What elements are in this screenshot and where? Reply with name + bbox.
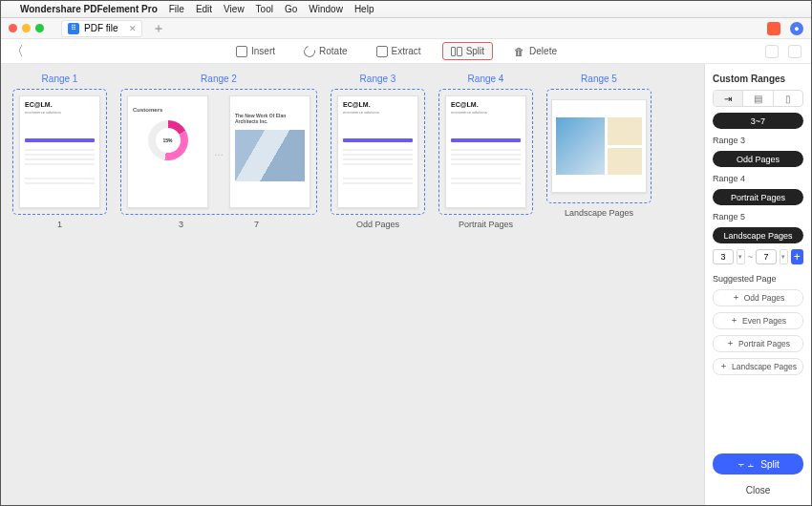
document-tab[interactable]: ⠿ PDF file ✕ [61,20,142,37]
thumb-logo: EC@LM. [25,101,95,108]
page-toolbar: 〈 Insert Rotate Extract Split 🗑 Delete [1,39,811,64]
mac-menubar: Wondershare PDFelement Pro File Edit Vie… [1,1,811,18]
range-from-input[interactable] [713,249,734,264]
menu-go[interactable]: Go [285,4,297,14]
user-avatar-icon[interactable]: ● [790,22,803,35]
range3-chip[interactable]: Odd Pages [713,151,803,167]
range-title: Range 1 [42,74,78,84]
menu-window[interactable]: Window [309,4,343,14]
document-tab-label: PDF file [84,23,118,33]
menu-view[interactable]: View [224,4,245,14]
close-tab-icon[interactable]: ✕ [129,24,137,33]
delete-button[interactable]: 🗑 Delete [506,43,565,60]
mode-page-icon[interactable]: ▤ [742,91,772,106]
range-ellipsis-icon: … [214,147,224,158]
menu-edit[interactable]: Edit [196,4,212,14]
thumb-heading: The New Work Of Elan Architects Inc. [235,113,305,124]
donut-chart-icon [148,120,188,160]
extract-label: Extract [392,46,421,56]
suggested-title: Suggested Page [713,274,803,284]
split-button[interactable]: Split [442,42,493,60]
page-thumbnail[interactable]: Customers [127,95,208,208]
page-range-control: ▾ ~ ▾ + [713,249,803,264]
rotate-label: Rotate [319,46,347,56]
split-canvas: Range 1 EC@LM. ecommerce solutions 1 [1,64,704,505]
thumb-logo: EC@LM. [451,101,521,108]
suggest-landscape-pages[interactable]: ＋Landscape Pages [713,358,803,375]
window-maximize-button[interactable] [35,24,44,32]
range-caption: Portrait Pages [459,220,513,229]
range-box[interactable]: EC@LM. ecommerce solutions [438,89,533,215]
insert-label: Insert [251,46,275,56]
range-to-input[interactable] [756,249,777,264]
range-title: Range 3 [360,74,396,84]
split-apply-button[interactable]: ⫟⫠ Split [713,453,803,474]
range-caption: 1 [57,220,62,229]
mode-range-icon[interactable]: ⇥ [714,91,742,106]
suggest-odd-pages[interactable]: ＋Odd Pages [713,289,803,306]
page-thumbnail[interactable]: EC@LM. ecommerce solutions [445,95,526,208]
mode-bookmark-icon[interactable]: ▯ [773,91,802,106]
range-group: Range 2 Customers … The New Work Of Elan… [120,74,317,229]
pdf-file-icon: ⠿ [68,23,79,34]
menu-tool[interactable]: Tool [256,4,273,14]
range-caption: Odd Pages [356,220,399,229]
range-group: Range 1 EC@LM. ecommerce solutions 1 [12,74,107,229]
thumb-tagline: ecommerce solutions [343,110,413,115]
trash-icon: 🗑 [514,46,525,57]
close-button[interactable]: Close [713,480,803,499]
insert-button[interactable]: Insert [228,43,283,60]
range-title: Range 2 [201,74,237,84]
range-chip[interactable]: 3~7 [713,113,803,129]
thumb-heading: Customers [133,107,203,113]
sidebar-title: Custom Ranges [713,74,803,84]
insert-icon [236,46,247,57]
split-label: Split [466,46,484,56]
window-controls [9,24,44,32]
thumb-tagline: ecommerce solutions [25,110,95,115]
range-box[interactable]: Customers … The New Work Of Elan Archite… [120,89,317,215]
range-group: Range 5 Landscape Pages [546,74,652,218]
document-tabbar: ⠿ PDF file ✕ ＋ ● [1,18,811,39]
range-box[interactable] [546,89,652,203]
range-box[interactable]: EC@LM. ecommerce solutions [12,89,107,215]
range-mode-segmented[interactable]: ⇥ ▤ ▯ [713,90,803,107]
toolbar-aux-icon[interactable] [788,45,801,58]
new-tab-button[interactable]: ＋ [152,20,165,37]
page-thumbnail[interactable]: EC@LM. ecommerce solutions [337,95,418,208]
range4-label: Range 4 [713,174,803,183]
wondershare-logo-icon[interactable] [767,22,780,35]
rotate-button[interactable]: Rotate [296,43,354,60]
architecture-image [235,130,305,181]
page-thumbnail[interactable]: EC@LM. ecommerce solutions [19,95,100,208]
suggest-even-pages[interactable]: ＋Even Pages [713,312,803,329]
menu-help[interactable]: Help [354,4,374,14]
from-stepper[interactable]: ▾ [737,249,745,264]
back-button[interactable]: 〈 [11,43,24,60]
page-thumbnail[interactable]: The New Work Of Elan Architects Inc. [229,95,310,208]
menu-file[interactable]: File [169,4,184,14]
thumb-tagline: ecommerce solutions [451,110,521,115]
range4-chip[interactable]: Portrait Pages [713,189,803,205]
range3-label: Range 3 [713,136,803,145]
range-title: Range 5 [581,74,617,84]
extract-button[interactable]: Extract [369,43,429,60]
window-close-button[interactable] [9,24,17,32]
add-range-button[interactable]: + [791,249,803,264]
range5-chip[interactable]: Landscape Pages [713,227,803,243]
range-box[interactable]: EC@LM. ecommerce solutions [331,89,425,215]
delete-label: Delete [529,46,557,56]
page-thumbnail[interactable] [551,99,647,193]
range-caption: 3 [179,220,183,229]
extract-icon [376,46,388,57]
split-icon [451,47,462,56]
app-name[interactable]: Wondershare PDFelement Pro [20,4,158,14]
suggest-portrait-pages[interactable]: ＋Portrait Pages [713,335,803,352]
range-group: Range 4 EC@LM. ecommerce solutions Portr… [438,74,533,229]
range-group: Range 3 EC@LM. ecommerce solutions Odd P… [331,74,425,229]
toolbar-aux-icon[interactable] [765,45,779,58]
to-stepper[interactable]: ▾ [780,249,788,264]
range-caption: 7 [254,220,259,229]
rotate-icon [302,43,317,58]
window-minimize-button[interactable] [22,24,31,32]
